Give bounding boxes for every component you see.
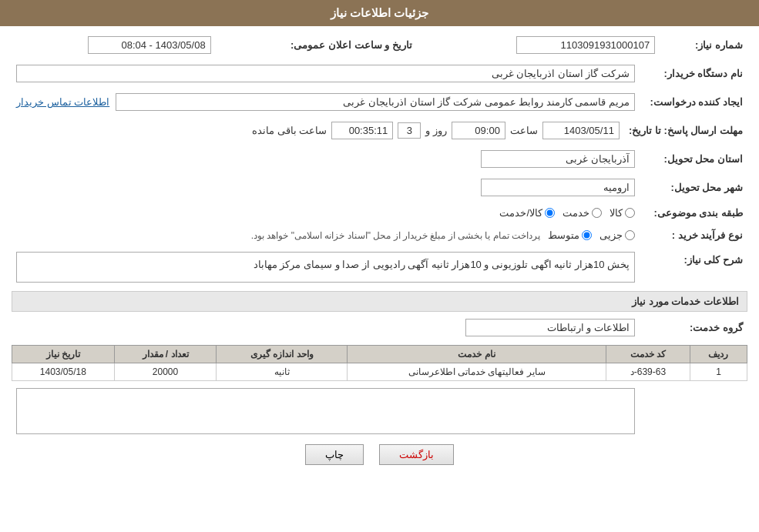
description-label: شرح کلی نیاز: <box>640 249 747 285</box>
department-value: شرکت گاز استان اذربایجان غربی <box>12 62 640 85</box>
purchase-jozii-label: جزیی <box>599 229 623 241</box>
deadline-label: مهلت ارسال پاسخ: تا تاریخ: <box>624 119 747 142</box>
category-option-khadamat[interactable]: خدمت <box>563 207 602 219</box>
deadline-day-label: روز و <box>425 125 447 136</box>
print-button[interactable]: چاپ <box>305 444 364 465</box>
category-both-label: کالا/خدمت <box>499 207 542 219</box>
province-label: استان محل تحویل: <box>640 148 747 170</box>
services-grid: ردیف کد خدمت نام خدمت واحد اندازه گیری ت… <box>12 345 747 381</box>
cell-code: 639-63-د <box>606 363 690 381</box>
contact-link[interactable]: اطلاعات تماس خریدار <box>16 96 109 108</box>
need-number-input: 1103091931000107 <box>516 36 655 54</box>
back-button[interactable]: بازگشت <box>379 444 454 465</box>
deadline-date-input: 1403/05/11 <box>542 122 620 139</box>
page-title: جزئیات اطلاعات نیاز <box>0 0 759 26</box>
category-table: طبقه بندی موضوعی: کالا خدمت کالا/خدمت <box>12 205 747 221</box>
deadline-remaining-label: ساعت باقی مانده <box>252 125 327 136</box>
page-wrapper: جزئیات اطلاعات نیاز شماره نیاز: 11030919… <box>0 0 759 532</box>
cell-row: 1 <box>690 363 747 381</box>
purchase-type-table: نوع فرآیند خرید : جزیی متوسط پرداخت تمام… <box>12 227 747 243</box>
description-value: پخش 10هزار ثانیه اگهی تلوزیونی و 10هزار … <box>12 249 640 285</box>
buyer-notes-label <box>640 386 747 437</box>
purchase-type-jozii[interactable]: جزیی <box>599 229 635 241</box>
city-table: شهر محل تحویل: ارومیه <box>12 176 747 199</box>
department-label: نام دستگاه خریدار: <box>640 62 747 85</box>
col-header-date: تاریخ نیاز <box>12 346 115 363</box>
deadline-table: مهلت ارسال پاسخ: تا تاریخ: 1403/05/11 سا… <box>12 119 747 142</box>
deadline-time-input: 09:00 <box>452 122 505 139</box>
category-khadamat-label: خدمت <box>563 207 589 219</box>
deadline-day-input: 3 <box>398 122 421 139</box>
province-value: آذربایجان غربی <box>12 148 640 170</box>
purchase-motavaset-label: متوسط <box>548 229 579 241</box>
deadline-value: 1403/05/11 ساعت 09:00 روز و 3 00:35:11 س… <box>12 119 624 142</box>
department-table: نام دستگاه خریدار: شرکت گاز استان اذربای… <box>12 62 747 85</box>
service-group-value: اطلاعات و ارتباطات <box>12 316 640 339</box>
creator-value: مریم قاسمی کارمند روابط عمومی شرکت گاز ا… <box>12 91 640 113</box>
province-input: آذربایجان غربی <box>481 150 635 168</box>
creator-label: ایجاد کننده درخواست: <box>640 91 747 113</box>
category-option-both[interactable]: کالا/خدمت <box>499 207 555 219</box>
service-group-input: اطلاعات و ارتباطات <box>465 319 635 336</box>
col-header-unit: واحد اندازه گیری <box>217 346 348 363</box>
city-value: ارومیه <box>12 176 640 199</box>
buyer-notes-input <box>16 388 635 434</box>
announce-date-input: 1403/05/08 - 08:04 <box>88 36 211 54</box>
service-group-table: گروه خدمت: اطلاعات و ارتباطات <box>12 316 747 339</box>
col-header-row: ردیف <box>690 346 747 363</box>
province-table: استان محل تحویل: آذربایجان غربی <box>12 148 747 170</box>
need-number-label: شماره نیاز: <box>660 34 747 56</box>
department-input: شرکت گاز استان اذربایجان غربی <box>16 65 635 82</box>
purchase-type-label: نوع فرآیند خرید : <box>640 227 747 243</box>
city-input: ارومیه <box>481 179 635 196</box>
services-section-title: اطلاعات خدمات مورد نیاز <box>12 291 747 312</box>
cell-date: 1403/05/18 <box>12 363 115 381</box>
deadline-remaining-input: 00:35:11 <box>331 122 393 139</box>
city-label: شهر محل تحویل: <box>640 176 747 199</box>
col-header-code: کد خدمت <box>606 346 690 363</box>
purchase-type-value: جزیی متوسط پرداخت تمام یا بخشی از مبلغ خ… <box>12 227 640 243</box>
col-header-count: تعداد / مقدار <box>114 346 217 363</box>
main-content: شماره نیاز: 1103091931000107 تاریخ و ساع… <box>0 26 759 480</box>
category-options: کالا خدمت کالا/خدمت <box>12 205 640 221</box>
deadline-time-label: ساعت <box>510 125 538 136</box>
category-kala-label: کالا <box>610 207 623 219</box>
need-number-value: 1103091931000107 <box>432 34 660 56</box>
buyer-notes-value <box>12 386 640 437</box>
service-group-label: گروه خدمت: <box>640 316 747 339</box>
category-label: طبقه بندی موضوعی: <box>640 205 747 221</box>
top-info-table: شماره نیاز: 1103091931000107 تاریخ و ساع… <box>12 34 747 56</box>
cell-name: سایر فعالیتهای خدماتی اطلاعرسانی <box>348 363 606 381</box>
creator-input: مریم قاسمی کارمند روابط عمومی شرکت گاز ا… <box>116 93 635 111</box>
button-bar: بازگشت چاپ <box>12 444 747 465</box>
description-table: شرح کلی نیاز: پخش 10هزار ثانیه اگهی تلوز… <box>12 249 747 285</box>
buyer-notes-table <box>12 386 747 437</box>
announce-date-value: 1403/05/08 - 08:04 <box>12 34 216 56</box>
cell-count: 20000 <box>114 363 217 381</box>
cell-unit: ثانیه <box>217 363 348 381</box>
col-header-name: نام خدمت <box>348 346 606 363</box>
purchase-type-motavaset[interactable]: متوسط <box>548 229 592 241</box>
table-row: 1 639-63-د سایر فعالیتهای خدماتی اطلاعرس… <box>12 363 747 381</box>
announce-date-label: تاریخ و ساعت اعلان عمومی: <box>216 34 417 56</box>
category-option-kala[interactable]: کالا <box>610 207 635 219</box>
purchase-type-note: پرداخت تمام یا بخشی از مبلغ خریدار از مح… <box>251 230 540 241</box>
description-input: پخش 10هزار ثانیه اگهی تلوزیونی و 10هزار … <box>16 252 635 283</box>
creator-table: ایجاد کننده درخواست: مریم قاسمی کارمند ر… <box>12 91 747 113</box>
